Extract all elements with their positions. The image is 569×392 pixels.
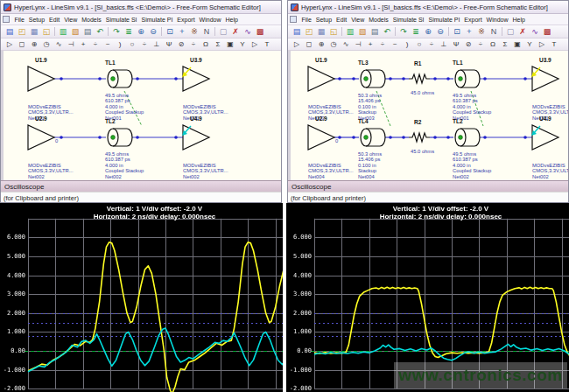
add-tline-icon[interactable]: ~ bbox=[389, 39, 401, 50]
schematic-canvas[interactable]: U1.9MODvsEZIBISCMOS,3.3V,ULTR...Net001TL… bbox=[1, 51, 281, 180]
add-differential-icon[interactable]: ▣ bbox=[511, 39, 523, 50]
copy-icon[interactable]: ▥ bbox=[57, 26, 69, 37]
add-ferrite-icon[interactable]: Ω bbox=[200, 39, 212, 50]
mdi-child-icon[interactable] bbox=[3, 16, 10, 23]
component-tl1[interactable]: TL149.5 ohms610.387 ps4.000 inCoupled St… bbox=[453, 60, 491, 121]
add-pad-icon[interactable]: ○ bbox=[126, 39, 138, 50]
add-inductor-icon[interactable]: + bbox=[77, 39, 89, 50]
terminator-wizard-icon[interactable]: ※ bbox=[188, 26, 200, 37]
menu-item-window[interactable]: Window bbox=[484, 17, 510, 23]
menu-item-simulate-si[interactable]: Simulate SI bbox=[390, 17, 426, 23]
add-ferrite-icon[interactable]: Ω bbox=[487, 39, 499, 50]
boardsim-icon[interactable]: ▩ bbox=[541, 26, 553, 37]
stackup-editor-icon[interactable]: ≣ bbox=[123, 26, 135, 37]
add-gnd2-icon[interactable]: ⊥ bbox=[151, 39, 163, 50]
add-differential-icon[interactable]: ▣ bbox=[224, 39, 236, 50]
add-diode-icon[interactable]: ⊘ bbox=[462, 39, 474, 50]
new-icon[interactable]: ▤ bbox=[4, 26, 16, 37]
save-icon[interactable]: ▦ bbox=[28, 26, 40, 37]
component-u3.9[interactable]: U3.9MODvsEZIBISCMOS,3.3V,ULTR...Net001 bbox=[531, 57, 568, 121]
component-u4.9[interactable]: U4.9MODvsEZIBISCMOS,3.3V,ULTR...Net002 bbox=[182, 116, 228, 179]
paste-icon[interactable]: ▧ bbox=[69, 26, 81, 37]
component-u1.9[interactable]: U1.9MODvsEZIBISCMOS,3.3V,ULTR...Net001 bbox=[28, 57, 74, 121]
add-y-junction-icon[interactable]: Y bbox=[523, 39, 536, 50]
terminator-wizard-icon[interactable]: ※ bbox=[475, 26, 488, 37]
menu-item-help[interactable]: Help bbox=[223, 17, 240, 23]
add-term2-icon[interactable]: ÷ bbox=[187, 39, 200, 50]
zoom-out-icon[interactable]: ⊖ bbox=[434, 26, 446, 37]
schematic-canvas[interactable]: U1.9MODvsEZIBISCMOS,3.3V,ULTR...Net003TL… bbox=[288, 51, 568, 180]
select-icon[interactable]: ◻ bbox=[303, 39, 315, 50]
close-file-icon[interactable]: ◱ bbox=[40, 26, 53, 37]
add-tline-icon[interactable]: ~ bbox=[102, 39, 114, 50]
add-resistor-icon[interactable]: ∿ bbox=[53, 39, 65, 50]
add-diode-icon[interactable]: ⊘ bbox=[175, 39, 187, 50]
menu-item-file[interactable]: File bbox=[299, 17, 313, 23]
print-icon[interactable]: ▤ bbox=[81, 26, 94, 37]
oscilloscope-icon[interactable]: ∿ bbox=[242, 26, 254, 37]
add-term2-icon[interactable]: ÷ bbox=[474, 39, 487, 50]
zoom-in-icon[interactable]: ⊕ bbox=[422, 26, 434, 37]
menu-item-view[interactable]: View bbox=[62, 17, 80, 23]
new-icon[interactable]: ▤ bbox=[291, 26, 303, 37]
open-icon[interactable]: ◰ bbox=[303, 26, 315, 37]
undo-icon[interactable]: ↶ bbox=[94, 26, 106, 37]
add-term1-icon[interactable]: ÷ bbox=[138, 39, 151, 50]
add-via-icon[interactable]: ) bbox=[114, 39, 126, 50]
print-icon[interactable]: ▤ bbox=[369, 26, 381, 37]
component-tl3[interactable]: TL350.3 ohms15.406 ps0.100 inStackupNet0… bbox=[358, 60, 385, 121]
component-r2[interactable]: R245.0 ohms bbox=[409, 119, 434, 154]
zoom-fit-icon[interactable]: ⊡ bbox=[451, 26, 463, 37]
pan-icon[interactable]: + bbox=[176, 26, 188, 37]
menu-item-file[interactable]: File bbox=[12, 17, 26, 23]
component-u2.9[interactable]: U2.9MODvsEZIBISCMOS,3.3V,ULTR...Net0020 bbox=[28, 116, 74, 179]
add-capacitor-icon[interactable]: ⊣ bbox=[65, 39, 77, 50]
component-tl1[interactable]: TL149.5 ohms610.387 ps4.000 inCoupled St… bbox=[105, 60, 144, 121]
zoom-fit-icon[interactable]: ⊡ bbox=[164, 26, 176, 37]
ibis-model-icon[interactable]: N bbox=[488, 26, 500, 37]
component-u1.9[interactable]: U1.9MODvsEZIBISCMOS,3.3V,ULTR...Net003 bbox=[308, 57, 354, 121]
menu-item-models[interactable]: Models bbox=[367, 17, 391, 23]
run-simulation-icon[interactable]: ▷ bbox=[291, 39, 303, 50]
component-u3.9[interactable]: U3.9MODvsEZIBISCMOS,3.3V,ULTR...Net001 bbox=[182, 57, 228, 121]
open-icon[interactable]: ◰ bbox=[16, 26, 28, 37]
new-sheet-icon[interactable]: ▢ bbox=[217, 26, 229, 37]
component-r1[interactable]: R145.0 ohms bbox=[409, 60, 434, 95]
menu-item-window[interactable]: Window bbox=[197, 17, 223, 23]
select-icon[interactable]: ◻ bbox=[16, 39, 28, 50]
component-tl2[interactable]: TL249.5 ohms610.387 ps4.000 inCoupled St… bbox=[105, 118, 144, 179]
undo-icon[interactable]: ↶ bbox=[381, 26, 393, 37]
add-pad-icon[interactable]: ○ bbox=[413, 39, 425, 50]
add-gnd2-icon[interactable]: ⊥ bbox=[438, 39, 450, 50]
add-vcc-icon[interactable]: Ψ bbox=[450, 39, 462, 50]
add-text-icon[interactable]: T bbox=[261, 39, 273, 50]
paste-icon[interactable]: ▧ bbox=[356, 26, 369, 37]
zoom-in-icon[interactable]: ⊕ bbox=[135, 26, 147, 37]
add-resistor-icon[interactable]: ∿ bbox=[340, 39, 352, 50]
probe-pen-icon[interactable]: ✗ bbox=[516, 26, 529, 37]
run-simulation-icon[interactable]: ▷ bbox=[4, 39, 16, 50]
boardsim-icon[interactable]: ▩ bbox=[254, 26, 266, 37]
redo-icon[interactable]: ↷ bbox=[110, 26, 123, 37]
menu-item-edit[interactable]: Edit bbox=[334, 17, 349, 23]
pan-icon[interactable]: + bbox=[463, 26, 475, 37]
add-coupling-icon[interactable]: Σ bbox=[212, 39, 224, 50]
ibis-model-icon[interactable]: N bbox=[200, 26, 213, 37]
probe-pen-icon[interactable]: ✗ bbox=[229, 26, 242, 37]
component-tl2[interactable]: TL249.5 ohms610.387 ps4.000 inCoupled St… bbox=[453, 118, 491, 179]
add-term1-icon[interactable]: ÷ bbox=[425, 39, 438, 50]
stackup-editor-icon[interactable]: ≣ bbox=[410, 26, 422, 37]
add-buffer-icon[interactable]: ▷ bbox=[249, 39, 261, 50]
menu-item-setup[interactable]: Setup bbox=[26, 17, 46, 23]
add-clock-icon[interactable]: ◷ bbox=[327, 39, 340, 50]
close-file-icon[interactable]: ◱ bbox=[327, 26, 340, 37]
menu-item-view[interactable]: View bbox=[349, 17, 367, 23]
menu-item-simulate-pi[interactable]: Simulate PI bbox=[426, 17, 462, 23]
add-inductor-icon[interactable]: + bbox=[364, 39, 376, 50]
copy-icon[interactable]: ▥ bbox=[344, 26, 356, 37]
add-text-icon[interactable]: T bbox=[548, 39, 560, 50]
add-buffer-icon[interactable]: ▷ bbox=[536, 39, 548, 50]
add-ic-icon[interactable]: ⊕ bbox=[315, 39, 327, 50]
save-icon[interactable]: ▦ bbox=[315, 26, 327, 37]
add-coupling-icon[interactable]: Σ bbox=[499, 39, 511, 50]
